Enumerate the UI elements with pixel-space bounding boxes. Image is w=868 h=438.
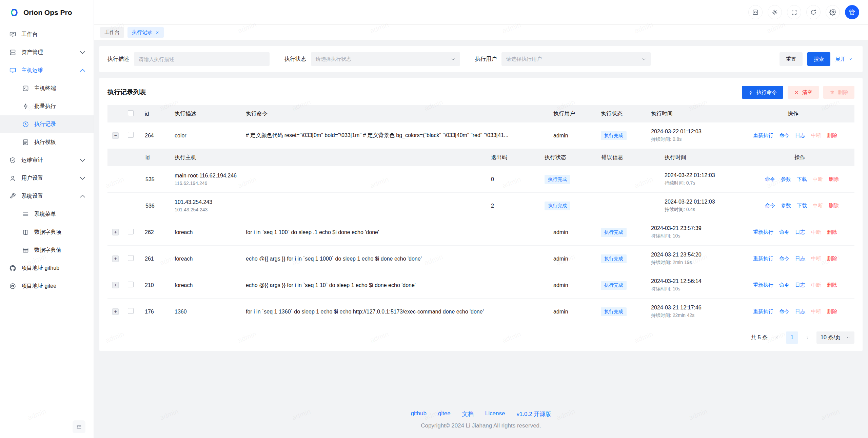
- row-checkbox[interactable]: [128, 282, 134, 287]
- record-action-日志[interactable]: 日志: [795, 132, 805, 139]
- footer-link-文档[interactable]: 文档: [462, 410, 474, 418]
- record-action-命令[interactable]: 命令: [779, 255, 789, 262]
- record-row: +1761360for i in `seq 1 1360` do sleep 1…: [107, 299, 854, 325]
- host-record-action-下载[interactable]: 下载: [797, 203, 807, 209]
- exec-date: 2024-03-21 12:17:46: [651, 305, 732, 311]
- avatar[interactable]: 管: [845, 5, 859, 19]
- sidebar-item-用户设置[interactable]: 用户设置: [0, 169, 94, 187]
- filter-status-select[interactable]: 请选择执行状态: [311, 52, 460, 66]
- sidebar-item-系统设置[interactable]: 系统设置: [0, 187, 94, 205]
- sidebar-item-数据字典项[interactable]: 数据字典项: [0, 223, 94, 241]
- code-button[interactable]: [748, 5, 763, 19]
- host-record-action-命令[interactable]: 命令: [765, 176, 775, 183]
- expand-row-button[interactable]: +: [112, 282, 119, 288]
- sidebar-item-项目地址 gitee[interactable]: 项目地址 gitee: [0, 277, 94, 295]
- expand-row-button[interactable]: +: [112, 255, 119, 262]
- cell-time: 2024-03-21 12:17:46持续时间: 22min 42s: [651, 305, 736, 319]
- sidebar-item-主机运维[interactable]: 主机运维: [0, 61, 94, 79]
- record-action-删除[interactable]: 删除: [827, 282, 837, 288]
- select-all-checkbox[interactable]: [128, 110, 134, 116]
- tab-label: 工作台: [104, 29, 120, 36]
- sidebar-collapse-button[interactable]: [73, 420, 85, 433]
- record-action-重新执行[interactable]: 重新执行: [753, 229, 773, 235]
- collapse-row-button[interactable]: −: [112, 132, 119, 139]
- expand-row-button[interactable]: +: [112, 308, 119, 315]
- row-checkbox[interactable]: [128, 255, 134, 261]
- footer-link-v1.0.2 开源版[interactable]: v1.0.2 开源版: [516, 410, 551, 418]
- record-action-中断[interactable]: 中断: [811, 308, 821, 315]
- tab-执行记录[interactable]: 执行记录: [127, 27, 164, 38]
- footer-link-gitee[interactable]: gitee: [438, 410, 451, 418]
- settings-button[interactable]: [826, 5, 840, 19]
- pagination-prev-button[interactable]: [772, 332, 782, 343]
- host-record-action-中断[interactable]: 中断: [813, 176, 823, 183]
- refresh-button[interactable]: [806, 5, 821, 19]
- fullscreen-button[interactable]: [787, 5, 801, 19]
- pagination-page-button[interactable]: 1: [786, 331, 798, 344]
- record-action-中断[interactable]: 中断: [811, 255, 821, 262]
- record-action-中断[interactable]: 中断: [811, 229, 821, 235]
- record-action-中断[interactable]: 中断: [811, 282, 821, 288]
- theme-button[interactable]: [768, 5, 782, 19]
- reset-button[interactable]: 重置: [780, 52, 803, 66]
- terminal-icon: [22, 85, 29, 92]
- record-action-日志[interactable]: 日志: [795, 229, 805, 235]
- sidebar-item-批量执行[interactable]: 批量执行: [0, 97, 94, 115]
- expand-row-button[interactable]: +: [112, 229, 119, 235]
- host-record-action-下载[interactable]: 下载: [797, 176, 807, 183]
- record-action-重新执行[interactable]: 重新执行: [753, 282, 773, 288]
- row-checkbox[interactable]: [128, 229, 134, 234]
- record-action-删除[interactable]: 删除: [827, 255, 837, 262]
- tab-工作台[interactable]: 工作台: [100, 27, 124, 38]
- record-action-命令[interactable]: 命令: [779, 229, 789, 235]
- footer-link-License[interactable]: License: [485, 410, 505, 418]
- record-action-重新执行[interactable]: 重新执行: [753, 255, 773, 262]
- host-record-action-删除[interactable]: 删除: [829, 203, 839, 209]
- record-action-删除[interactable]: 删除: [827, 229, 837, 235]
- sidebar-item-资产管理[interactable]: 资产管理: [0, 43, 94, 61]
- record-action-命令[interactable]: 命令: [779, 282, 789, 288]
- host-record-action-中断[interactable]: 中断: [813, 203, 823, 209]
- footer-link-github[interactable]: github: [411, 410, 427, 418]
- sidebar-item-执行记录[interactable]: 执行记录: [0, 115, 94, 133]
- chev-up-icon: [79, 67, 86, 74]
- record-action-命令[interactable]: 命令: [779, 308, 789, 315]
- record-actions: 重新执行命令日志中断删除: [736, 255, 854, 262]
- record-action-删除[interactable]: 删除: [827, 132, 837, 139]
- sidebar-item-主机终端[interactable]: 主机终端: [0, 79, 94, 97]
- 清空-button[interactable]: 清空: [788, 86, 819, 99]
- record-action-删除[interactable]: 删除: [827, 308, 837, 315]
- sidebar-item-运维审计[interactable]: 运维审计: [0, 151, 94, 169]
- record-action-日志[interactable]: 日志: [795, 282, 805, 288]
- record-action-命令[interactable]: 命令: [779, 132, 789, 139]
- col-执行描述: 执行描述: [175, 110, 246, 117]
- subcell-status: 执行完成: [545, 202, 601, 210]
- search-button[interactable]: 搜索: [807, 52, 830, 66]
- record-row: +262foreachfor i in `seq 1 100` do sleep…: [107, 219, 854, 246]
- sidebar-item-项目地址 github[interactable]: 项目地址 github: [0, 259, 94, 277]
- sidebar-item-数据字典值[interactable]: 数据字典值: [0, 241, 94, 259]
- expand-filter-button[interactable]: 展开: [833, 52, 854, 66]
- host-record-action-参数[interactable]: 参数: [781, 176, 791, 183]
- host-record-action-命令[interactable]: 命令: [765, 203, 775, 209]
- pagination-next-button[interactable]: [802, 332, 812, 343]
- filter-user-select[interactable]: 请选择执行用户: [501, 52, 651, 66]
- row-checkbox[interactable]: [128, 308, 134, 314]
- host-record-action-删除[interactable]: 删除: [829, 176, 839, 183]
- record-action-中断[interactable]: 中断: [811, 132, 821, 139]
- record-action-重新执行[interactable]: 重新执行: [753, 132, 773, 139]
- record-action-日志[interactable]: 日志: [795, 255, 805, 262]
- record-action-重新执行[interactable]: 重新执行: [753, 308, 773, 315]
- sidebar-item-工作台[interactable]: 工作台: [0, 25, 94, 43]
- 执行命令-button[interactable]: 执行命令: [742, 86, 783, 99]
- record-action-日志[interactable]: 日志: [795, 308, 805, 315]
- host-record-action-参数[interactable]: 参数: [781, 203, 791, 209]
- trash-icon: [830, 90, 835, 95]
- page-size-select[interactable]: 10 条/页: [816, 331, 854, 344]
- tab-close-icon[interactable]: [155, 31, 159, 35]
- sidebar-item-执行模板[interactable]: 执行模板: [0, 133, 94, 151]
- sidebar-item-系统菜单[interactable]: 系统菜单: [0, 205, 94, 223]
- cell-desc: foreach: [175, 282, 246, 288]
- filter-desc-input[interactable]: [134, 52, 270, 66]
- row-checkbox[interactable]: [128, 132, 134, 138]
